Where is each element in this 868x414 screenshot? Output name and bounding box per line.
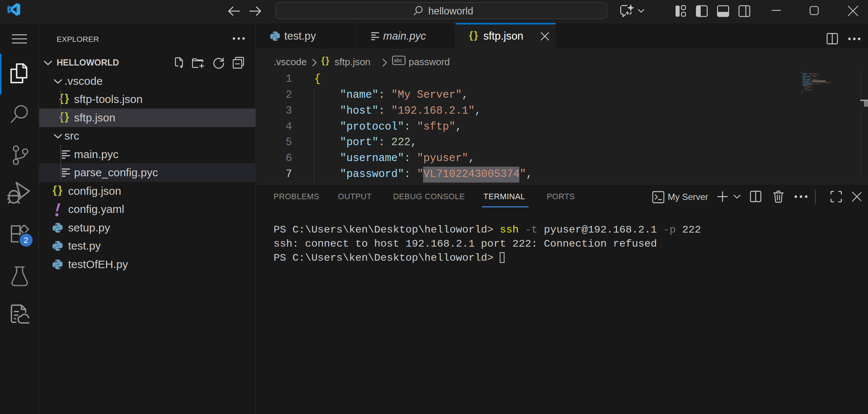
svg-text:abc: abc [394, 57, 402, 63]
